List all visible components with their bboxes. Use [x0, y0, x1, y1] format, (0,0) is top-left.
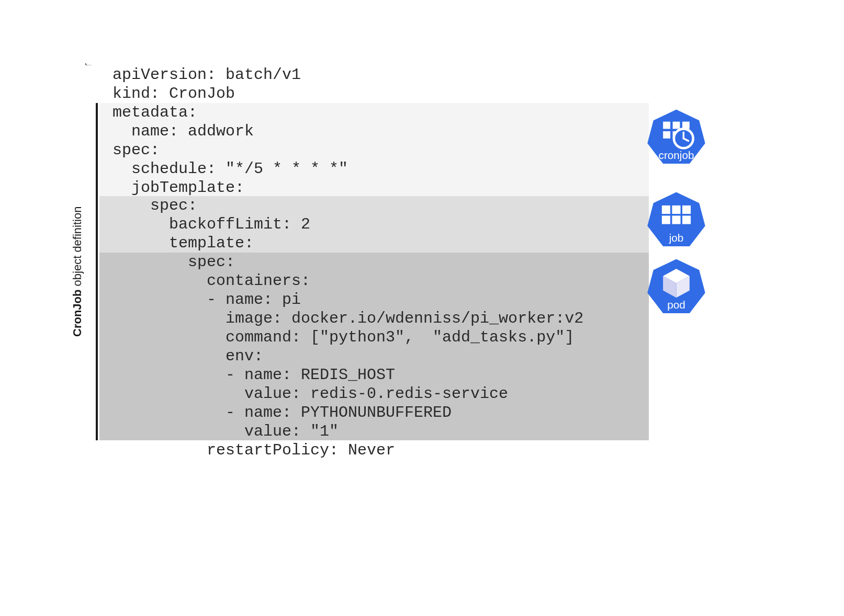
cronjob-def-label: CronJob object definition [71, 103, 84, 440]
pod-icon-label: pod [667, 299, 685, 311]
svg-rect-4 [663, 131, 670, 139]
svg-rect-11 [672, 206, 680, 214]
cronjob-def-rest: object definition [71, 207, 84, 290]
svg-rect-2 [673, 122, 680, 129]
svg-rect-13 [662, 215, 670, 224]
cronjob-icon: cronjob [646, 107, 706, 167]
job-icon-label: job [669, 232, 684, 244]
cronjob-def-bold: CronJob [71, 290, 84, 337]
yaml-job-section: spec: backoffLimit: 2 template: [99, 196, 649, 253]
svg-rect-14 [672, 215, 680, 224]
yaml-cronjob-section: metadata: name: addwork spec: schedule: … [99, 103, 649, 196]
pod-icon: pod [646, 257, 706, 317]
cronjob-bar [96, 103, 98, 440]
cronjob-icon-label: cronjob [659, 149, 694, 161]
job-icon: job [646, 190, 706, 250]
svg-rect-12 [682, 206, 691, 214]
svg-rect-15 [682, 215, 691, 224]
yaml-pod-section: spec: containers: - name: pi image: dock… [99, 253, 649, 440]
svg-rect-1 [663, 122, 670, 129]
yaml-header-section: apiVersion: batch/v1 kind: CronJob [71, 65, 620, 103]
svg-rect-10 [662, 206, 670, 214]
